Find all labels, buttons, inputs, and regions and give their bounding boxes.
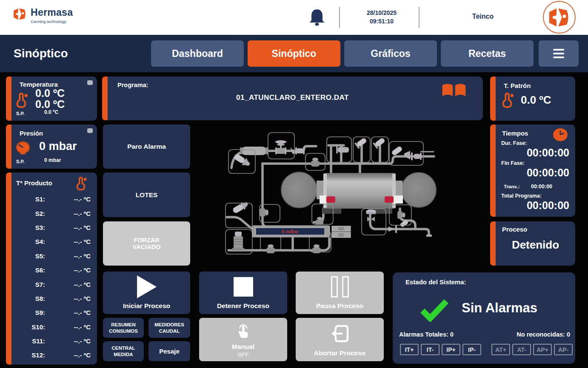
header-divider-1 xyxy=(339,7,340,28)
alarm-btn-ip-plus[interactable]: IP+ xyxy=(442,344,460,355)
red-light-right xyxy=(385,196,394,203)
hermasa-logo-icon xyxy=(13,8,27,20)
ball-valve xyxy=(260,208,268,217)
alarm-btn-at-plus[interactable]: AT+ xyxy=(491,344,510,355)
presion-value: 0 mbar xyxy=(39,140,77,153)
temperatura-panel: Temperatura 0.0 ºC 0.0 ºC S.P. 0.0 ºC xyxy=(6,76,97,121)
menu-button[interactable] xyxy=(539,40,579,67)
alarm-btn-ip-minus[interactable]: IP- xyxy=(462,344,481,355)
strainer xyxy=(388,226,394,232)
alarm-buttons: IT+ IT- IP+ IP- AT+ AT- AP+ AP- xyxy=(400,344,573,355)
tab-sinoptico[interactable]: Sinóptico xyxy=(248,40,340,67)
no-reconocidas: No reconocidas: 0 xyxy=(517,331,570,338)
pause-icon xyxy=(331,276,338,297)
presion-indicator xyxy=(87,128,93,133)
bell-icon[interactable] xyxy=(307,8,327,28)
alarm-btn-at-minus[interactable]: AT- xyxy=(512,344,531,355)
light-bracket xyxy=(394,195,403,204)
sensor-row: S2:--.- ºC xyxy=(6,206,97,220)
total-programa-value: 00:00:00 xyxy=(527,199,569,212)
alarm-btn-it-minus[interactable]: IT- xyxy=(421,344,440,355)
sensor-row: S12:--.- ºC xyxy=(6,348,97,362)
programa-value: 01_ATUNCLARO_ENTERO.DAT xyxy=(102,93,483,102)
n1-label: N1 xyxy=(338,232,344,238)
sensor-row: S9:--.- ºC xyxy=(6,306,97,320)
ball-valve xyxy=(397,211,405,219)
scada-page: Hermasa Canning technology 28/10/2025 09… xyxy=(0,0,588,368)
detener-proceso-button[interactable]: Detener Proceso xyxy=(199,272,287,314)
t-patron-panel: T. Patrón 0.0 ºC xyxy=(490,76,575,121)
stop-icon xyxy=(234,277,253,297)
estado-sistema-panel: Estado del Sistema: Sin Alarmas Alarmas … xyxy=(393,272,575,364)
tab-recetas[interactable]: Recetas xyxy=(441,40,534,67)
fin-fase-value: 00:00:00 xyxy=(527,167,569,179)
small-valve xyxy=(295,147,305,154)
t-producto-rows: S1:--.- ºC S2:--.- ºC S3:--.- ºC S4:--.-… xyxy=(6,192,97,362)
medidores-caudal-button[interactable]: MEDIDORES CAUDAL xyxy=(148,318,190,338)
header: Hermasa Canning technology 28/10/2025 09… xyxy=(0,0,588,35)
paro-alarma-button[interactable]: Paro Alarma xyxy=(103,125,190,169)
central-medida-button[interactable]: CENTRAL MEDIDA xyxy=(103,341,144,361)
red-light-left xyxy=(326,196,335,203)
abortar-proceso-button[interactable]: Abortar Proceso xyxy=(296,318,384,361)
total-programa-label: Total Programa: xyxy=(501,193,542,199)
presion-title: Presión xyxy=(20,130,43,137)
proceso-estado: Detenido xyxy=(496,238,575,252)
thermometer-icon xyxy=(14,93,28,109)
company-logo xyxy=(543,1,576,34)
handwheel-valve xyxy=(275,140,286,154)
presion-panel: Presión 0 mbar S.P. 0 mbar xyxy=(6,125,97,169)
tab-dashboard[interactable]: Dashboard xyxy=(151,40,244,67)
programa-label: Programa: xyxy=(117,82,148,88)
temperatura-values: 0.0 ºC 0.0 ºC xyxy=(35,88,65,110)
tab-graficos[interactable]: Gráficos xyxy=(344,40,437,67)
strainer xyxy=(404,151,410,159)
alarm-btn-ap-minus[interactable]: AP- xyxy=(554,344,573,355)
t-patron-title: T. Patrón xyxy=(504,82,531,89)
sensor-row: S1:--.- ºC xyxy=(6,192,97,206)
programa-panel: Programa: 01_ATUNCLARO_ENTERO.DAT xyxy=(102,76,483,120)
dur-fase-value: 00:00:00 xyxy=(527,147,569,159)
manual-button[interactable]: Manual OFF xyxy=(199,318,287,361)
sensor-row: S4:--.- ºC xyxy=(6,235,97,249)
tiempos-panel: Tiempos Dur. Fase: 00:00:00 Fin Fase: 00… xyxy=(490,125,575,217)
brand-logo: Hermasa Canning technology xyxy=(13,8,73,24)
sensor-row: S11:--.- ºC xyxy=(6,334,97,348)
thermometer-icon xyxy=(74,177,88,191)
autoclave-door-right xyxy=(401,173,436,207)
device xyxy=(338,147,349,153)
clock-icon xyxy=(553,127,568,142)
user-name: Teinco xyxy=(442,13,523,20)
book-icon[interactable] xyxy=(441,83,467,97)
pesaje-button[interactable]: Pesaje xyxy=(148,341,190,361)
temperatura-indicator xyxy=(87,80,93,85)
brand-name: Hermasa xyxy=(31,8,73,17)
autoclave-door-left xyxy=(281,172,317,208)
ball-valve xyxy=(266,244,275,253)
header-divider-2 xyxy=(419,7,420,28)
iniciar-proceso-button[interactable]: Iniciar Proceso xyxy=(103,272,190,314)
tiempos-title: Tiempos xyxy=(502,130,528,137)
estado-value: Sin Alarmas xyxy=(462,300,537,316)
pausa-proceso-button[interactable]: Pausa Proceso xyxy=(296,272,384,314)
proceso-panel: Proceso Detenido xyxy=(490,221,575,266)
alarm-btn-ap-plus[interactable]: AP+ xyxy=(533,344,552,355)
forzar-vaciado-button[interactable]: FORZAR VACIADO xyxy=(103,221,190,266)
sensor-row: S5:--.- ºC xyxy=(6,249,97,263)
sensor-row: S10:--.- ºC xyxy=(6,320,97,334)
sensor-row: S8:--.- ºC xyxy=(6,292,97,306)
t-producto-panel: Tª Producto S1:--.- ºC S2:--.- ºC S3:--.… xyxy=(6,173,97,365)
resumen-consumos-button[interactable]: RESUMEN CONSUMOS xyxy=(103,318,144,338)
lotes-button[interactable]: LOTES xyxy=(103,173,190,217)
page-title: Sinóptico xyxy=(14,47,68,60)
estado-title: Estado del Sistema: xyxy=(405,278,466,286)
trans-label: Trans.: xyxy=(504,184,520,189)
presion-sp: S.P. 0 mbar xyxy=(16,157,88,165)
time: 09:51:10 xyxy=(353,17,410,25)
alarm-btn-it-plus[interactable]: IT+ xyxy=(400,344,419,355)
brand-tagline: Canning technology xyxy=(31,19,73,24)
nav-bar: Sinóptico Dashboard Sinóptico Gráficos R… xyxy=(0,35,588,72)
trans-value: 00:00:00 xyxy=(531,184,552,190)
datetime: 28/10/2025 09:51:10 xyxy=(353,8,410,25)
pump xyxy=(232,232,244,250)
